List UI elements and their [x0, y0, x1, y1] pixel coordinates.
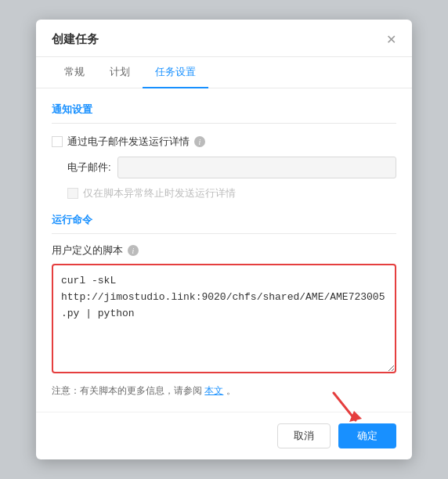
script-label: 用户定义的脚本: [52, 243, 123, 258]
cancel-button[interactable]: 取消: [277, 423, 331, 448]
email-notification-checkbox[interactable]: [52, 136, 63, 147]
dialog-body: 通知设置 通过电子邮件发送运行详情 i 电子邮件: 仅在脚本异常终止时发送运行详…: [36, 88, 412, 412]
email-checkbox-wrapper: 通过电子邮件发送运行详情 i: [52, 135, 205, 149]
error-only-label: 仅在脚本异常终止时发送运行详情: [83, 186, 236, 200]
email-field-row: 电子邮件:: [52, 157, 396, 178]
run-command-section-title: 运行命令: [52, 213, 396, 234]
tab-schedule[interactable]: 计划: [97, 57, 143, 88]
error-only-notification-row: 仅在脚本异常终止时发送运行详情: [52, 186, 396, 200]
tab-general[interactable]: 常规: [52, 57, 97, 88]
close-button[interactable]: ✕: [386, 34, 396, 56]
note-link[interactable]: 本文: [204, 385, 223, 396]
tab-task-settings[interactable]: 任务设置: [143, 57, 208, 88]
dialog-header: 创建任务 ✕: [36, 20, 412, 57]
note-row: 注意：有关脚本的更多信息，请参阅 本文 。: [52, 384, 396, 398]
dialog-overlay: 创建任务 ✕ 常规 计划 任务设置 通知设置 通过电子邮件发送运行详情 i: [0, 0, 448, 479]
email-notification-info-icon[interactable]: i: [194, 136, 205, 147]
email-notification-label: 通过电子邮件发送运行详情: [67, 135, 190, 149]
email-notification-row: 通过电子邮件发送运行详情 i: [52, 135, 396, 149]
script-textarea[interactable]: [52, 264, 396, 373]
dialog-title: 创建任务: [52, 32, 99, 56]
note-prefix: 注意：有关脚本的更多信息，请参阅: [52, 385, 202, 396]
script-label-row: 用户定义的脚本 i: [52, 243, 396, 258]
dialog-footer: 取消 确定: [36, 412, 412, 459]
script-info-icon[interactable]: i: [128, 245, 139, 256]
email-label: 电子邮件:: [67, 160, 111, 175]
notification-section-title: 通知设置: [52, 103, 396, 124]
error-only-checkbox[interactable]: [67, 188, 78, 199]
confirm-button[interactable]: 确定: [338, 423, 396, 448]
tabs-container: 常规 计划 任务设置: [36, 57, 412, 88]
svg-marker-1: [349, 411, 362, 422]
dialog: 创建任务 ✕ 常规 计划 任务设置 通知设置 通过电子邮件发送运行详情 i: [36, 20, 412, 459]
email-input[interactable]: [117, 157, 396, 178]
note-suffix: 。: [226, 385, 236, 396]
